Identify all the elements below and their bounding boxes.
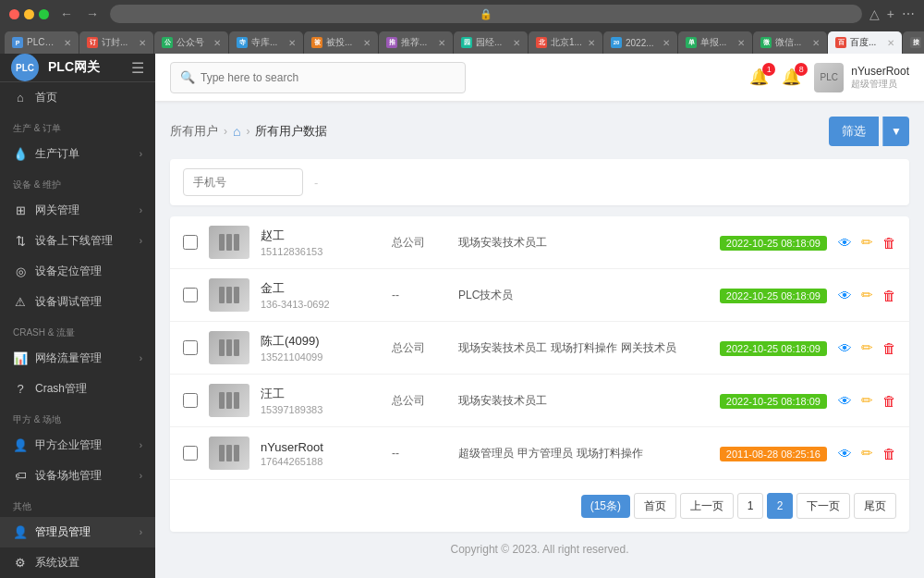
phone-filter-input[interactable] — [183, 168, 303, 196]
delete-button-5[interactable]: 🗑 — [882, 446, 896, 461]
more-btn[interactable]: ⋯ — [902, 6, 915, 21]
prev-page-btn[interactable]: 上一页 — [680, 493, 734, 519]
view-button-2[interactable]: 👁 — [838, 288, 852, 303]
roles-1: 现场安装技术员工 — [458, 235, 709, 251]
edit-button-3[interactable]: ✏ — [861, 339, 873, 356]
edit-button-1[interactable]: ✏ — [861, 234, 873, 251]
edit-button-4[interactable]: ✏ — [861, 392, 873, 409]
first-page-btn[interactable]: 首页 — [634, 493, 676, 519]
tab-close-invest[interactable]: ✕ — [363, 38, 371, 48]
last-page-btn[interactable]: 尾页 — [854, 493, 896, 519]
delete-button-1[interactable]: 🗑 — [882, 235, 896, 251]
view-button-5[interactable]: 👁 — [838, 446, 852, 461]
avatar: PLC — [814, 63, 844, 92]
search-box[interactable]: 🔍 — [170, 62, 466, 93]
tab-plc[interactable]: P PLC网... ✕ — [5, 31, 79, 54]
row-checkbox-5[interactable] — [183, 446, 198, 461]
tab-close-order[interactable]: ✕ — [139, 38, 146, 48]
page-number-1[interactable]: 1 — [737, 493, 763, 519]
sidebar-item-device-debug[interactable]: ⚠ 设备调试管理 — [0, 287, 155, 317]
sidebar-item-admin-mgmt[interactable]: 👤 管理员管理 › — [0, 517, 155, 547]
delete-button-4[interactable]: 🗑 — [882, 393, 896, 409]
url-bar[interactable]: 🔒 — [110, 5, 862, 23]
row-checkbox-2[interactable] — [183, 288, 198, 302]
tab-close-baidu[interactable]: ✕ — [887, 38, 894, 48]
sidebar-label-settings: 系统设置 — [35, 555, 142, 571]
tab-api[interactable]: 接 接口... ✕ — [903, 31, 924, 54]
add-tab-btn[interactable]: + — [887, 6, 894, 21]
notification-badge-1: 1 — [762, 63, 775, 76]
tab-label-beijing: 北京1... — [551, 36, 584, 49]
tab-close-beijing[interactable]: ✕ — [588, 38, 595, 48]
tab-siku[interactable]: 寺 寺库... ✕ — [229, 31, 303, 54]
view-button-3[interactable]: 👁 — [838, 340, 852, 356]
role-tag: PLC技术员 — [458, 288, 513, 303]
tab-report[interactable]: 单 单报... ✕ — [678, 31, 752, 54]
delete-button-3[interactable]: 🗑 — [882, 340, 896, 356]
row-checkbox-4[interactable] — [183, 393, 198, 408]
tab-close-recommend[interactable]: ✕ — [438, 38, 445, 48]
minimize-window-btn[interactable] — [24, 9, 34, 19]
share-btn[interactable]: △ — [869, 6, 880, 21]
maximize-window-btn[interactable] — [39, 9, 49, 19]
tab-favicon-recommend: 推 — [386, 37, 397, 48]
user-info[interactable]: PLC nYuserRoot 超级管理员 — [814, 63, 909, 92]
tab-wechat[interactable]: 公 公众号 ✕ — [154, 31, 228, 54]
edit-button-5[interactable]: ✏ — [861, 445, 873, 461]
forward-btn[interactable]: → — [82, 5, 103, 23]
copyright-text: Copyright © 2023. All right reserved. — [451, 543, 629, 556]
tab-close-report[interactable]: ✕ — [737, 38, 745, 48]
page-number-2[interactable]: 2 — [767, 493, 793, 519]
row-checkbox-1[interactable] — [183, 235, 198, 250]
tab-close-siku[interactable]: ✕ — [288, 38, 296, 48]
sidebar-item-network-mgmt[interactable]: ⊞ 网关管理 › — [0, 195, 155, 226]
edit-button-2[interactable]: ✏ — [861, 287, 873, 303]
tab-close-plc[interactable]: ✕ — [64, 38, 71, 48]
tab-weixin[interactable]: 微 微信... ✕ — [753, 31, 827, 54]
delete-button-2[interactable]: 🗑 — [882, 288, 896, 303]
sidebar-item-device-site[interactable]: 🏷 设备场地管理 › — [0, 461, 155, 491]
tab-active[interactable]: 百 百度... ✕ — [828, 31, 902, 54]
sidebar-item-client-mgmt[interactable]: 👤 甲方企业管理 › — [0, 430, 155, 461]
notification-bell-1[interactable]: 🔔 1 — [749, 68, 769, 87]
filter-dropdown-button[interactable]: ▼ — [882, 117, 909, 146]
sidebar-item-production-order[interactable]: 💧 生产订单 › — [0, 139, 155, 169]
tab-label-plc: PLC网... — [27, 36, 60, 49]
view-button-1[interactable]: 👁 — [838, 235, 852, 251]
tab-favicon-beijing: 北 — [536, 37, 547, 48]
back-btn[interactable]: ← — [56, 5, 77, 23]
tab-close-garden[interactable]: ✕ — [513, 38, 520, 48]
tab-favicon-weixin: 微 — [760, 37, 772, 48]
filter-button[interactable]: 筛选 — [829, 117, 879, 146]
admin-icon: 👤 — [13, 525, 28, 539]
close-window-btn[interactable] — [9, 9, 19, 19]
search-input[interactable] — [201, 71, 456, 84]
hamburger-icon[interactable]: ☰ — [131, 59, 144, 77]
sidebar-item-crash-mgmt[interactable]: ? Crash管理 — [0, 374, 155, 404]
tab-garden[interactable]: 园 园经... ✕ — [454, 31, 528, 54]
tab-order[interactable]: 订 订封... ✕ — [79, 31, 153, 54]
sidebar-item-device-online[interactable]: ⇅ 设备上下线管理 › — [0, 226, 155, 256]
sidebar-item-settings[interactable]: ⚙ 系统设置 — [0, 547, 155, 578]
notification-bell-2[interactable]: 🔔 8 — [782, 68, 801, 87]
sidebar-item-network-flow[interactable]: 📊 网络流量管理 › — [0, 343, 155, 374]
sidebar-item-home[interactable]: ⌂ 首页 — [0, 82, 155, 113]
browser-chrome: ← → 🔒 △ + ⋯ — [0, 0, 924, 28]
sidebar-item-device-location[interactable]: ◎ 设备定位管理 — [0, 256, 155, 287]
tab-recommend[interactable]: 推 推荐... ✕ — [379, 31, 453, 54]
table-row: 陈工(4099) 13521104099 总公司 现场安装技术员工 现场打料操作… — [170, 322, 909, 375]
breadcrumb-home-icon[interactable]: ⌂ — [233, 124, 240, 139]
user-info-3: 陈工(4099) 13521104099 — [261, 333, 381, 363]
tab-label-siku: 寺库... — [251, 36, 285, 49]
total-count[interactable]: (15条) — [581, 495, 630, 518]
pagination: (15条) 首页 上一页 1 2 下一页 尾页 — [170, 480, 909, 532]
tab-close-weixin[interactable]: ✕ — [812, 38, 820, 48]
tab-beijing[interactable]: 北 北京1... ✕ — [529, 31, 602, 54]
tab-close-2022[interactable]: ✕ — [663, 38, 670, 48]
row-checkbox-3[interactable] — [183, 340, 198, 355]
view-button-4[interactable]: 👁 — [838, 393, 852, 409]
tab-invest[interactable]: 被 被投... ✕ — [304, 31, 378, 54]
next-page-btn[interactable]: 下一页 — [796, 493, 850, 519]
tab-close-wechat[interactable]: ✕ — [213, 38, 221, 48]
tab-2022[interactable]: 20 2022... ✕ — [603, 31, 677, 54]
